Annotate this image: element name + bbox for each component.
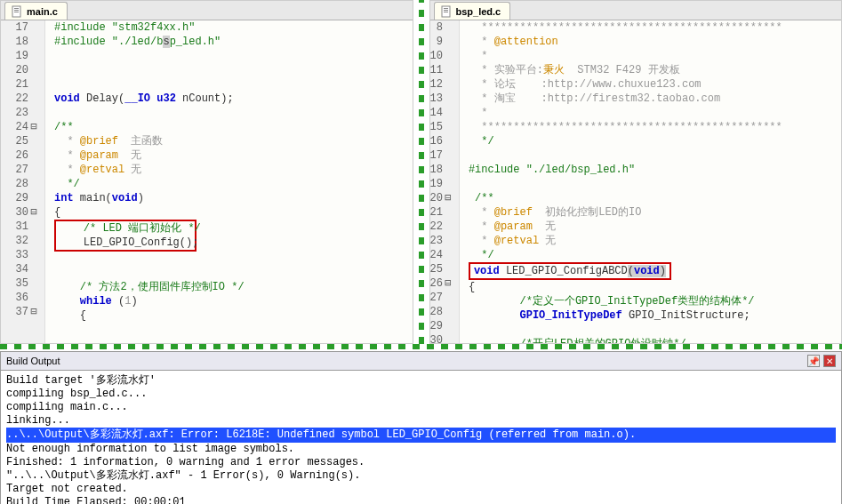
code-area-left[interactable]: 1718192021222324252627282930313233343536… [1, 20, 413, 343]
build-line: linking... [6, 414, 836, 428]
close-button[interactable]: ✕ [823, 355, 836, 367]
svg-rect-2 [14, 10, 19, 11]
pin-button[interactable]: 📌 [807, 355, 820, 367]
svg-rect-6 [444, 10, 448, 11]
build-line: "..\..\Output\多彩流水灯.axf" - 1 Error(s), 0… [6, 469, 836, 483]
build-line: compiling main.c... [6, 401, 836, 414]
svg-rect-3 [14, 12, 19, 12]
build-title-bar: Build Output 📌 ✕ [1, 352, 841, 371]
horizontal-divider [0, 344, 842, 349]
code-content-left[interactable]: #include "stm32f4xx.h"#include "./led/bs… [45, 20, 413, 343]
gutter-left: 1718192021222324252627282930313233343536… [1, 20, 45, 343]
svg-rect-1 [14, 8, 19, 9]
build-line: Not enough information to list image sym… [6, 443, 836, 456]
tab-bar-right: bsp_led.c [430, 1, 842, 20]
svg-rect-7 [444, 12, 448, 12]
file-icon [11, 5, 23, 18]
vertical-divider [419, 0, 424, 344]
tab-label: bsp_led.c [456, 6, 501, 17]
error-line[interactable]: ..\..\Output\多彩流水灯.axf: Error: L6218E: U… [6, 428, 836, 443]
editor-right: bsp_led.c 891011121314151617181920212223… [429, 0, 843, 344]
build-line: Build Time Elapsed: 00:00:01 [6, 496, 836, 504]
build-line: Build target '多彩流水灯' [6, 374, 836, 388]
tab-bar-left: main.c [1, 1, 413, 20]
svg-rect-5 [444, 8, 448, 9]
tab-main-c[interactable]: main.c [4, 2, 68, 20]
tab-bsp-led-c[interactable]: bsp_led.c [434, 2, 511, 20]
build-line: Target not created. [6, 483, 836, 496]
editor-split: main.c 171819202122232425262728293031323… [0, 0, 842, 344]
build-line: Finished: 1 information, 0 warning and 1… [6, 456, 836, 469]
build-title-text: Build Output [6, 356, 60, 366]
build-controls: 📌 ✕ [807, 355, 836, 367]
code-content-right[interactable]: ****************************************… [460, 20, 841, 343]
build-output-panel: Build Output 📌 ✕ Build target '多彩流水灯'com… [0, 351, 842, 504]
gutter-right: 8910111213141516171819202122232425262728… [430, 20, 460, 343]
tab-label: main.c [27, 6, 58, 17]
code-area-right[interactable]: 8910111213141516171819202122232425262728… [430, 20, 842, 343]
editor-left: main.c 171819202122232425262728293031323… [0, 0, 413, 344]
build-output-body[interactable]: Build target '多彩流水灯'compiling bsp_led.c.… [1, 371, 841, 504]
file-icon [440, 5, 453, 18]
build-line: compiling bsp_led.c... [6, 388, 836, 401]
